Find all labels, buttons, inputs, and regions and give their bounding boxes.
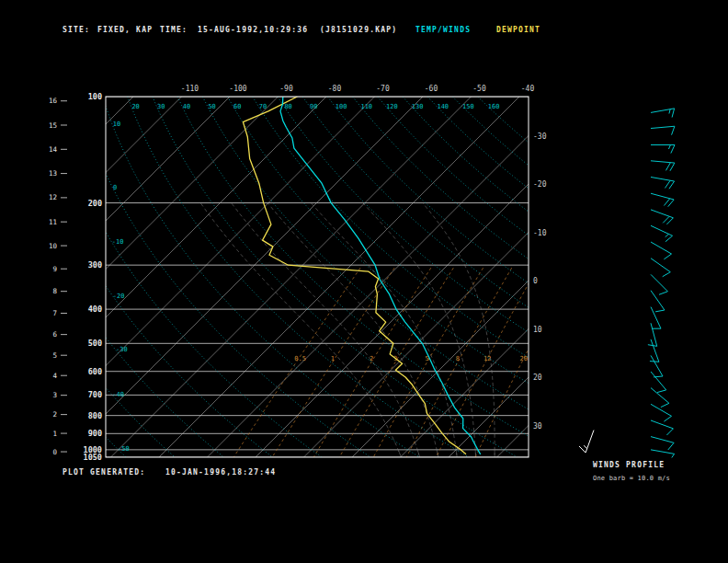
svg-text:80: 80 <box>284 103 291 110</box>
svg-text:400: 400 <box>88 304 102 314</box>
svg-text:-10: -10 <box>533 229 547 237</box>
wind-barb <box>650 339 659 362</box>
svg-text:800: 800 <box>88 411 102 420</box>
svg-text:140: 140 <box>437 103 449 110</box>
svg-text:300: 300 <box>88 260 102 270</box>
svg-text:0: 0 <box>533 277 538 285</box>
svg-text:0.5: 0.5 <box>294 355 306 362</box>
svg-text:20: 20 <box>131 103 139 110</box>
svg-text:-20: -20 <box>533 180 547 189</box>
svg-text:14: 14 <box>49 145 58 154</box>
svg-text:900: 900 <box>88 429 102 438</box>
wind-barb <box>651 225 673 241</box>
svg-text:-10: -10 <box>112 238 124 246</box>
svg-text:-40: -40 <box>112 391 124 398</box>
svg-text:-100: -100 <box>229 85 246 93</box>
dry-adiabat-labels: -50-40-30-20-100102030405060708090100110… <box>112 103 500 453</box>
svg-text:10: 10 <box>49 242 58 250</box>
svg-text:1: 1 <box>52 430 57 438</box>
svg-text:2: 2 <box>52 410 57 419</box>
dewpoint-curve <box>243 97 466 454</box>
svg-text:40: 40 <box>183 103 190 110</box>
svg-text:-60: -60 <box>425 85 438 93</box>
svg-text:13: 13 <box>49 169 57 178</box>
wind-barb <box>651 259 670 277</box>
svg-text:-50: -50 <box>118 445 130 453</box>
svg-text:15: 15 <box>49 121 57 130</box>
svg-text:16: 16 <box>49 97 58 105</box>
svg-text:20: 20 <box>533 373 542 382</box>
svg-text:8: 8 <box>456 355 460 362</box>
svg-text:0: 0 <box>113 184 117 191</box>
plot-generated-label: PLOT GENERATED: <box>63 468 145 477</box>
wind-barb <box>651 210 673 224</box>
wind-barb-column <box>579 109 675 458</box>
svg-text:4: 4 <box>52 372 57 380</box>
svg-text:-110: -110 <box>181 85 199 93</box>
moist-adiabat-lines <box>200 203 495 457</box>
wind-barb <box>651 126 675 134</box>
svg-text:700: 700 <box>88 390 102 399</box>
isotherm-lines <box>0 97 728 457</box>
svg-text:11: 11 <box>49 218 57 226</box>
svg-text:12: 12 <box>49 193 57 201</box>
svg-text:110: 110 <box>360 103 372 110</box>
svg-text:500: 500 <box>88 339 102 348</box>
svg-text:200: 200 <box>88 199 102 208</box>
winds-profile-title: WINDS PROFILE <box>593 461 665 469</box>
wind-barb <box>651 437 674 450</box>
wind-barb <box>651 177 675 189</box>
svg-text:30: 30 <box>157 103 165 110</box>
temperature-curve <box>280 97 481 454</box>
svg-text:-30: -30 <box>533 132 547 141</box>
svg-text:12: 12 <box>483 355 491 362</box>
svg-text:600: 600 <box>88 367 102 376</box>
svg-text:120: 120 <box>386 103 398 110</box>
wind-barb <box>651 144 675 153</box>
svg-text:100: 100 <box>336 103 347 110</box>
wind-barb <box>579 431 594 453</box>
wind-barb <box>651 161 675 171</box>
svg-text:0: 0 <box>52 448 57 456</box>
svg-text:150: 150 <box>462 103 474 110</box>
svg-text:100: 100 <box>88 92 102 101</box>
svg-text:-80: -80 <box>328 85 342 93</box>
wind-barb <box>651 420 673 435</box>
dry-adiabat-lines <box>0 97 728 457</box>
svg-text:160: 160 <box>488 103 500 110</box>
svg-text:90: 90 <box>310 103 317 110</box>
axis-labels: 1002003004005006007008009001000105001234… <box>49 85 547 462</box>
svg-text:3: 3 <box>52 391 57 399</box>
svg-text:20: 20 <box>519 355 527 362</box>
plot-generated-value: 10-JAN-1996,18:27:44 <box>165 468 276 477</box>
winds-profile-scale-note: One barb = 10.0 m/s <box>593 475 670 482</box>
svg-text:-30: -30 <box>116 346 128 353</box>
skewt-screen: SITE: FIXED, KAP TIME: 15-AUG-1992,10:29… <box>0 0 728 563</box>
wind-barb <box>651 388 669 408</box>
svg-text:-50: -50 <box>472 85 486 93</box>
mixing-ratio-labels: 0.5123581220 <box>294 355 528 362</box>
svg-text:10: 10 <box>533 326 542 334</box>
svg-text:-70: -70 <box>376 85 390 93</box>
svg-text:-90: -90 <box>279 85 293 93</box>
sounding-curves <box>243 97 480 454</box>
svg-text:50: 50 <box>208 103 215 110</box>
svg-text:60: 60 <box>233 103 241 110</box>
wind-barb <box>651 193 674 206</box>
wind-barb <box>651 307 661 329</box>
svg-text:70: 70 <box>259 103 267 110</box>
wind-barb <box>651 242 672 259</box>
svg-text:8: 8 <box>52 287 57 295</box>
svg-text:-20: -20 <box>113 293 125 300</box>
svg-text:130: 130 <box>412 103 424 110</box>
wind-barb <box>651 274 667 294</box>
svg-text:5: 5 <box>52 351 57 360</box>
svg-text:1050: 1050 <box>84 453 102 462</box>
svg-text:30: 30 <box>533 422 542 431</box>
svg-text:9: 9 <box>52 265 57 273</box>
svg-text:6: 6 <box>52 330 57 339</box>
wind-barb <box>651 109 675 118</box>
svg-text:10: 10 <box>113 121 120 128</box>
svg-text:-40: -40 <box>521 85 535 93</box>
svg-text:7: 7 <box>52 309 57 317</box>
